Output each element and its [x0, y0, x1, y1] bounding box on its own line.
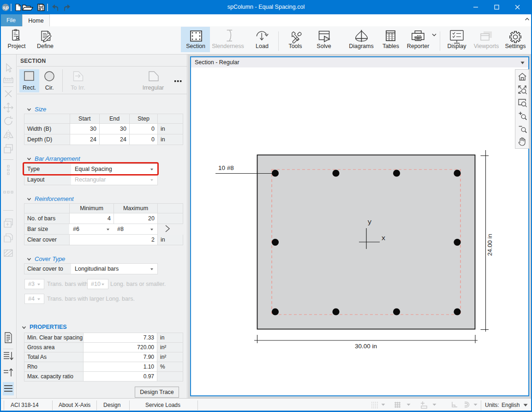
svg-text:24.00 in: 24.00 in — [486, 234, 493, 256]
svg-text:y: y — [367, 218, 371, 226]
svg-text:10 #8: 10 #8 — [218, 164, 234, 171]
svg-text:x: x — [381, 235, 385, 242]
svg-text:sp: sp — [3, 5, 9, 10]
svg-text:30.00 in: 30.00 in — [355, 343, 377, 350]
